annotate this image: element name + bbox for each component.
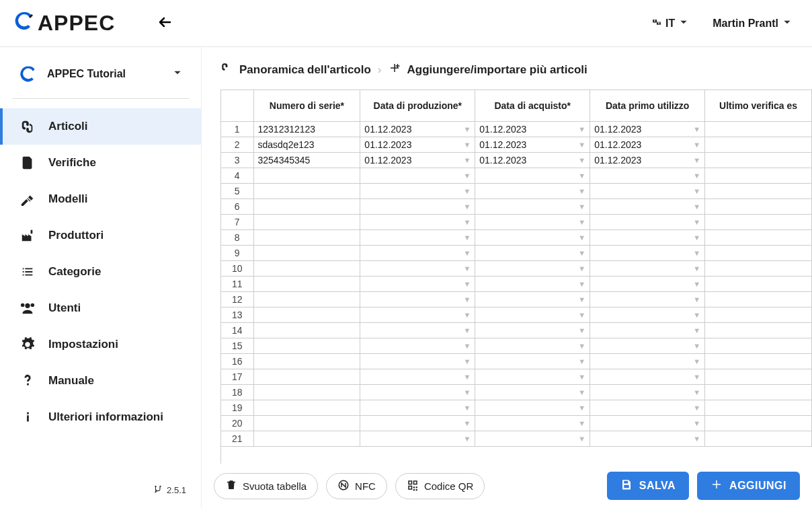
dropdown-icon[interactable]: ▼ xyxy=(578,203,585,211)
dropdown-icon[interactable]: ▼ xyxy=(578,326,585,334)
dropdown-icon[interactable]: ▼ xyxy=(693,233,700,242)
cell-purch-date[interactable]: ▼ xyxy=(475,322,590,338)
dropdown-icon[interactable]: ▼ xyxy=(693,342,700,350)
cell-prod-date[interactable]: ▼ xyxy=(360,245,475,260)
dropdown-icon[interactable]: ▼ xyxy=(693,156,700,164)
cell-last-check[interactable] xyxy=(705,229,812,245)
dropdown-icon[interactable]: ▼ xyxy=(693,326,700,334)
cell-last-check[interactable] xyxy=(705,384,812,400)
cell-last-check[interactable] xyxy=(705,338,812,353)
nfc-button[interactable]: NFC xyxy=(326,473,387,499)
cell-purch-date[interactable]: ▼ xyxy=(475,384,590,400)
cell-last-check[interactable] xyxy=(705,183,812,198)
cell-last-check[interactable] xyxy=(705,415,812,431)
cell-serial[interactable] xyxy=(253,229,360,245)
cell-serial[interactable] xyxy=(253,168,360,183)
dropdown-icon[interactable]: ▼ xyxy=(578,419,585,427)
cell-last-check[interactable] xyxy=(705,260,812,276)
cell-prod-date[interactable]: ▼ xyxy=(360,400,475,415)
dropdown-icon[interactable]: ▼ xyxy=(693,404,700,412)
save-button[interactable]: SALVA xyxy=(607,472,689,500)
dropdown-icon[interactable]: ▼ xyxy=(578,342,585,350)
cell-first-use[interactable]: ▼ xyxy=(590,384,705,400)
cell-first-use[interactable]: ▼ xyxy=(590,338,705,353)
dropdown-icon[interactable]: ▼ xyxy=(693,172,700,180)
cell-purch-date[interactable]: ▼ xyxy=(475,353,590,369)
cell-last-check[interactable] xyxy=(705,245,812,260)
cell-first-use[interactable]: 01.12.2023▼ xyxy=(590,121,705,137)
dropdown-icon[interactable]: ▼ xyxy=(693,435,700,443)
cell-prod-date[interactable]: ▼ xyxy=(360,415,475,431)
dropdown-icon[interactable]: ▼ xyxy=(463,203,471,211)
cell-prod-date[interactable]: ▼ xyxy=(360,260,475,276)
cell-purch-date[interactable]: ▼ xyxy=(475,369,590,384)
dropdown-icon[interactable]: ▼ xyxy=(693,280,700,288)
workspace-selector[interactable]: APPEC Tutorial xyxy=(7,59,194,89)
cell-purch-date[interactable]: 01.12.2023▼ xyxy=(475,121,590,137)
cell-prod-date[interactable]: ▼ xyxy=(360,369,475,384)
dropdown-icon[interactable]: ▼ xyxy=(463,295,471,303)
cell-serial[interactable] xyxy=(253,183,360,198)
cell-last-check[interactable] xyxy=(705,198,812,214)
cell-purch-date[interactable]: ▼ xyxy=(475,338,590,353)
cell-prod-date[interactable]: ▼ xyxy=(360,307,475,322)
cell-serial[interactable] xyxy=(253,415,360,431)
sidebar-item-modelli[interactable]: Modelli xyxy=(0,181,201,217)
dropdown-icon[interactable]: ▼ xyxy=(463,435,471,443)
cell-purch-date[interactable]: ▼ xyxy=(475,415,590,431)
cell-prod-date[interactable]: ▼ xyxy=(360,322,475,338)
cell-serial[interactable] xyxy=(253,198,360,214)
dropdown-icon[interactable]: ▼ xyxy=(578,357,585,365)
cell-purch-date[interactable]: ▼ xyxy=(475,245,590,260)
cell-serial[interactable] xyxy=(253,291,360,307)
cell-prod-date[interactable]: ▼ xyxy=(360,183,475,198)
cell-purch-date[interactable]: ▼ xyxy=(475,229,590,245)
cell-serial[interactable] xyxy=(253,260,360,276)
cell-purch-date[interactable]: ▼ xyxy=(475,214,590,229)
cell-first-use[interactable]: ▼ xyxy=(590,353,705,369)
dropdown-icon[interactable]: ▼ xyxy=(693,125,700,133)
cell-first-use[interactable]: ▼ xyxy=(590,260,705,276)
cell-prod-date[interactable]: ▼ xyxy=(360,291,475,307)
cell-first-use[interactable]: 01.12.2023▼ xyxy=(590,137,705,152)
cell-last-check[interactable] xyxy=(705,137,812,152)
user-menu[interactable]: Martin Prantl xyxy=(706,13,799,34)
qr-button[interactable]: Codice QR xyxy=(395,473,485,499)
dropdown-icon[interactable]: ▼ xyxy=(693,419,700,427)
dropdown-icon[interactable]: ▼ xyxy=(693,264,700,273)
cell-serial[interactable] xyxy=(253,276,360,291)
cell-prod-date[interactable]: ▼ xyxy=(360,384,475,400)
cell-purch-date[interactable]: ▼ xyxy=(475,183,590,198)
breadcrumb-level1[interactable]: Panoramica dell'articolo xyxy=(239,63,371,77)
cell-last-check[interactable] xyxy=(705,291,812,307)
dropdown-icon[interactable]: ▼ xyxy=(578,311,585,319)
language-selector[interactable]: A文 IT xyxy=(645,13,695,34)
add-button[interactable]: AGGIUNGI xyxy=(697,472,800,500)
dropdown-icon[interactable]: ▼ xyxy=(463,172,471,180)
cell-first-use[interactable]: ▼ xyxy=(590,198,705,214)
cell-purch-date[interactable]: ▼ xyxy=(475,400,590,415)
cell-purch-date[interactable]: 01.12.2023▼ xyxy=(475,137,590,152)
cell-serial[interactable] xyxy=(253,369,360,384)
cell-purch-date[interactable]: ▼ xyxy=(475,198,590,214)
cell-last-check[interactable] xyxy=(705,121,812,137)
dropdown-icon[interactable]: ▼ xyxy=(693,187,700,195)
dropdown-icon[interactable]: ▼ xyxy=(578,404,585,412)
cell-serial[interactable]: 12312312123 xyxy=(253,121,360,137)
cell-first-use[interactable]: ▼ xyxy=(590,183,705,198)
dropdown-icon[interactable]: ▼ xyxy=(463,141,471,149)
cell-prod-date[interactable]: 01.12.2023▼ xyxy=(360,137,475,152)
cell-purch-date[interactable]: ▼ xyxy=(475,276,590,291)
cell-first-use[interactable]: ▼ xyxy=(590,431,705,446)
cell-prod-date[interactable]: 01.12.2023▼ xyxy=(360,152,475,168)
cell-serial[interactable] xyxy=(253,322,360,338)
cell-prod-date[interactable]: ▼ xyxy=(360,214,475,229)
dropdown-icon[interactable]: ▼ xyxy=(578,264,585,273)
cell-last-check[interactable] xyxy=(705,152,812,168)
dropdown-icon[interactable]: ▼ xyxy=(463,249,471,257)
sidebar-item-produttori[interactable]: Produttori xyxy=(0,217,201,254)
dropdown-icon[interactable]: ▼ xyxy=(578,295,585,303)
cell-first-use[interactable]: ▼ xyxy=(590,276,705,291)
dropdown-icon[interactable]: ▼ xyxy=(578,172,585,180)
dropdown-icon[interactable]: ▼ xyxy=(463,373,471,381)
